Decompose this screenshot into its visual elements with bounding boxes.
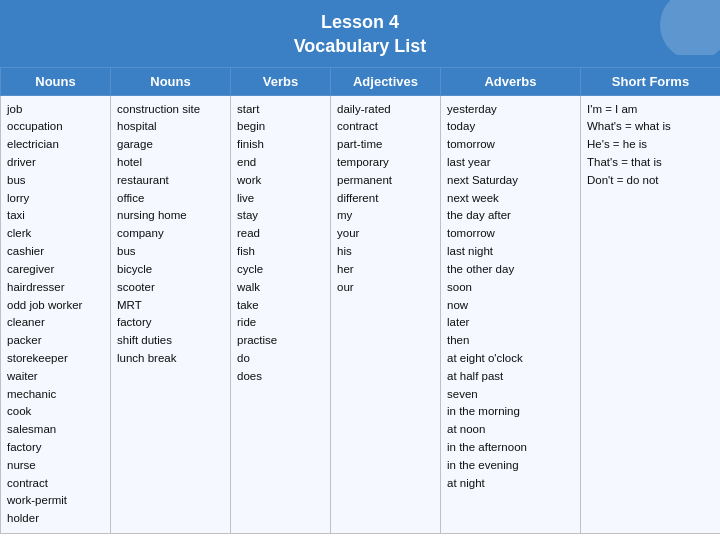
cell-nouns2: construction site hospital garage hotel … xyxy=(111,95,231,534)
cell-nouns1: job occupation electrician driver bus lo… xyxy=(1,95,111,534)
nouns2-text: construction site hospital garage hotel … xyxy=(117,103,200,364)
lesson-header: Lesson 4 Vocabulary List xyxy=(0,0,720,67)
col-header-adv: Adverbs xyxy=(441,67,581,95)
col-header-verbs: Verbs xyxy=(231,67,331,95)
col-header-nouns2: Nouns xyxy=(111,67,231,95)
adv-text: yesterday today tomorrow last year next … xyxy=(447,103,527,489)
lesson-title: Lesson 4 Vocabulary List xyxy=(0,10,720,59)
cell-adv: yesterday today tomorrow last year next … xyxy=(441,95,581,534)
lesson-line2: Vocabulary List xyxy=(294,36,427,56)
col-header-short: Short Forms xyxy=(581,67,721,95)
table-header-row: Nouns Nouns Verbs Adjectives Adverbs Sho… xyxy=(1,67,721,95)
nouns1-text: job occupation electrician driver bus lo… xyxy=(7,103,82,525)
col-header-adj: Adjectives xyxy=(331,67,441,95)
table-row: job occupation electrician driver bus lo… xyxy=(1,95,721,534)
header-decoration xyxy=(640,0,720,55)
vocabulary-table-wrapper: Nouns Nouns Verbs Adjectives Adverbs Sho… xyxy=(0,67,720,535)
lesson-line1: Lesson 4 xyxy=(321,12,399,32)
page: Lesson 4 Vocabulary List Nouns Nouns Ver… xyxy=(0,0,720,540)
cell-adj: daily-rated contract part-time temporary… xyxy=(331,95,441,534)
col-header-nouns1: Nouns xyxy=(1,67,111,95)
verbs-text: start begin finish end work live stay re… xyxy=(237,103,277,382)
adj-text: daily-rated contract part-time temporary… xyxy=(337,103,392,293)
cell-short: I'm = I am What's = what is He's = he is… xyxy=(581,95,721,534)
vocabulary-table: Nouns Nouns Verbs Adjectives Adverbs Sho… xyxy=(0,67,720,535)
cell-verbs: start begin finish end work live stay re… xyxy=(231,95,331,534)
short-text: I'm = I am What's = what is He's = he is… xyxy=(587,103,671,186)
